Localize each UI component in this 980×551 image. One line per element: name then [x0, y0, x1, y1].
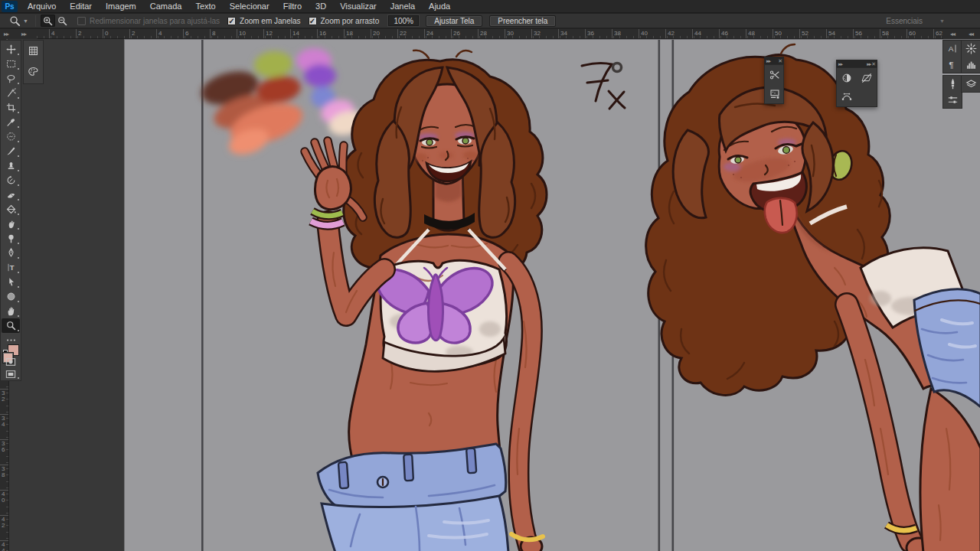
- ruler-label: 44: [694, 30, 701, 37]
- dock-collapse-icon[interactable]: ◂◂: [950, 31, 955, 37]
- ruler-label: 32: [534, 30, 541, 37]
- histogram-panel-icon[interactable]: [962, 57, 980, 73]
- zoom-icon: [8, 15, 21, 28]
- tool-scissors-icon[interactable]: [765, 65, 784, 84]
- 3d-material-icon[interactable]: [837, 68, 856, 87]
- dock-collapse-icon[interactable]: ◂◂: [969, 31, 973, 37]
- resize-windows-checkbox[interactable]: Redimensionar janelas para ajustá-las: [77, 17, 220, 25]
- ruler-label: 4: [51, 30, 54, 37]
- ruler-label: 34: [2, 416, 7, 428]
- color-palette-icon[interactable]: [27, 65, 40, 81]
- zoom-out-mode-button[interactable]: [55, 15, 70, 27]
- slice-export-icon[interactable]: [765, 84, 784, 103]
- brush-tool[interactable]: [2, 144, 20, 158]
- properties-panel-icon[interactable]: [943, 92, 962, 108]
- hand-icon: [5, 305, 17, 317]
- lasso-icon: [5, 73, 17, 84]
- resize-windows-label: Redimensionar janelas para ajustá-las: [90, 17, 220, 25]
- panel-close-icon[interactable]: ✕: [778, 57, 782, 64]
- extensions-grid-icon: [27, 44, 40, 57]
- menu-editar[interactable]: Editar: [63, 0, 99, 13]
- paragraph-panel-icon[interactable]: [943, 57, 962, 73]
- zoom-icon: [5, 320, 17, 331]
- healing-brush-tool[interactable]: [2, 129, 20, 144]
- zoom-tool[interactable]: [2, 318, 20, 333]
- eyedrop-icon: [5, 116, 17, 128]
- menu-janela[interactable]: Janela: [384, 0, 422, 13]
- dock-group: [961, 40, 980, 73]
- clone-stamp-tool[interactable]: [2, 158, 20, 173]
- fit-screen-button[interactable]: Ajustar Tela: [426, 15, 482, 27]
- history-brush-tool[interactable]: [2, 173, 20, 187]
- menu-camada[interactable]: Camada: [143, 0, 189, 13]
- ruler-corner: ▸▸ ▸▸: [0, 29, 37, 39]
- menu-texto[interactable]: Texto: [188, 0, 222, 13]
- character-panel-icon[interactable]: [943, 41, 962, 57]
- menu-arquivo[interactable]: Arquivo: [21, 0, 63, 13]
- path-selection-tool[interactable]: [2, 275, 20, 289]
- paint-swatch-olive-green: [253, 50, 294, 79]
- checkbox-icon: [77, 17, 86, 25]
- extensions-grid-icon[interactable]: [27, 44, 40, 60]
- ruler-label: 6: [185, 30, 188, 37]
- zoom-all-windows-checkbox[interactable]: ✓ Zoom em Janelas: [227, 17, 300, 25]
- shape-tool[interactable]: [2, 289, 20, 304]
- eyedropper-tool[interactable]: [2, 115, 20, 129]
- menu-imagem[interactable]: Imagem: [99, 0, 143, 13]
- no-transform-icon[interactable]: [857, 68, 876, 87]
- fill-screen-button[interactable]: Preencher tela: [489, 15, 556, 27]
- ruler-label: 32: [2, 390, 7, 403]
- ruler-label: 38: [614, 30, 621, 37]
- menu-filtro[interactable]: Filtro: [276, 0, 309, 13]
- stamp-icon: [5, 160, 17, 171]
- panel-header-icons[interactable]: ▸▸ ✕: [867, 60, 875, 67]
- scrubby-zoom-checkbox[interactable]: ✓ Zoom por arrasto: [309, 17, 380, 25]
- move-icon: [5, 44, 17, 55]
- panel-collapse-icon[interactable]: ▸▸: [766, 57, 770, 64]
- ruler-label: 28: [480, 30, 487, 37]
- adjustments-panel-icon[interactable]: [962, 41, 980, 57]
- move-tool[interactable]: [2, 42, 20, 57]
- ruler-label: 34: [560, 30, 567, 37]
- paint-bucket-tool[interactable]: [2, 202, 20, 217]
- panel-collapse-icon[interactable]: ▸▸: [838, 60, 842, 67]
- menu-ajuda[interactable]: Ajuda: [422, 0, 457, 13]
- dodge-tool[interactable]: [2, 231, 20, 246]
- tool-preset-picker[interactable]: ▼: [6, 14, 31, 28]
- workspace-switcher[interactable]: Essenciais ▼: [886, 17, 945, 25]
- brush-settings-panel-icon[interactable]: [943, 76, 962, 92]
- tools-panel: ⤾: [0, 40, 21, 381]
- quick-mask-button[interactable]: [2, 356, 20, 368]
- document-canvas[interactable]: .sk{fill:#b2604a;stroke:#2b1410;stroke-w…: [124, 39, 980, 551]
- object-selection-tool[interactable]: [2, 86, 20, 100]
- toolbar-collapse-icon[interactable]: ▸▸: [4, 31, 8, 37]
- menu-visualizar[interactable]: Visualizar: [333, 0, 384, 13]
- zoom-in-mode-button[interactable]: [41, 15, 55, 27]
- bezier-path-icon[interactable]: [837, 87, 856, 106]
- menu-selecionar[interactable]: Selecionar: [223, 0, 276, 13]
- ruler-label: 44: [2, 542, 7, 551]
- ellipse-icon: [5, 291, 17, 302]
- ext-panel-collapse-icon[interactable]: ▸▸: [21, 31, 26, 37]
- smudge-tool[interactable]: [2, 217, 20, 231]
- zoom-percentage-field[interactable]: 100%: [388, 15, 419, 26]
- ruler-label: 22: [400, 30, 407, 37]
- screen-mode-button[interactable]: [2, 368, 20, 380]
- menu-3d[interactable]: 3D: [309, 0, 333, 13]
- type-tool[interactable]: [2, 260, 20, 275]
- lasso-tool[interactable]: [2, 71, 20, 86]
- ruler-label: 40: [2, 491, 7, 504]
- floating-panel-3d[interactable]: ▸▸ ▸▸ ✕: [836, 60, 877, 107]
- floating-panel-tools[interactable]: ▸▸ ✕: [764, 57, 784, 104]
- layers-panel-icon[interactable]: [962, 76, 980, 92]
- crop-tool[interactable]: [2, 100, 20, 115]
- horizontal-ruler[interactable]: 4202468101214161820222426283032343638404…: [37, 29, 943, 39]
- pen-tool[interactable]: [2, 246, 20, 260]
- photoshop-logo[interactable]: Ps: [2, 1, 18, 12]
- marquee-tool[interactable]: [2, 57, 20, 71]
- eraser-tool[interactable]: [2, 187, 20, 202]
- screen-mode-icon: [5, 368, 17, 380]
- hand-tool[interactable]: [2, 304, 20, 318]
- ruler-label: 50: [775, 30, 782, 37]
- ruler-label: 20: [373, 30, 380, 37]
